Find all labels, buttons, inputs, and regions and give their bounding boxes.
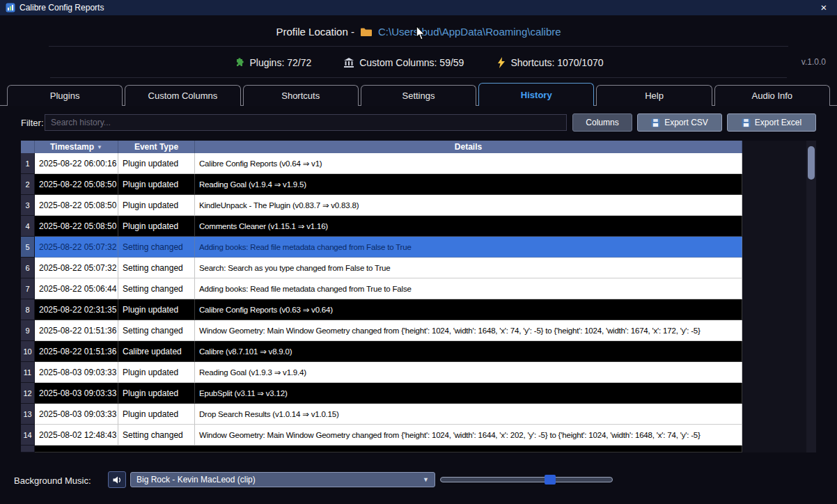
partial-row xyxy=(21,446,742,452)
row-event: Setting changed xyxy=(118,237,195,258)
table-row[interactable]: 13 2025-08-03 09:03:33 Plugin updated Dr… xyxy=(21,404,742,425)
row-details: Search: Search as you type changed from … xyxy=(195,258,742,278)
custom-columns-stat-label: Custom Columns: 59/59 xyxy=(359,57,464,68)
table-row[interactable]: 14 2025-08-02 12:48:43 Setting changed W… xyxy=(21,425,742,446)
row-event: Setting changed xyxy=(118,425,195,446)
divider xyxy=(50,77,787,78)
row-timestamp: 2025-08-22 05:06:44 xyxy=(35,278,118,299)
columns-button[interactable]: Columns xyxy=(572,113,632,132)
row-number: 6 xyxy=(21,258,35,278)
export-csv-button[interactable]: Export CSV xyxy=(637,113,722,132)
event-type-column-header[interactable]: Event Type xyxy=(118,141,195,153)
table-row[interactable]: 3 2025-08-22 05:08:50 Plugin updated Kin… xyxy=(21,195,742,216)
music-dropdown[interactable]: Big Rock - Kevin MacLeod (clip) ▼ xyxy=(130,472,435,487)
row-details: Adding books: Read file metadata changed… xyxy=(195,237,742,258)
row-timestamp: 2025-08-22 06:00:16 xyxy=(35,153,118,174)
row-timestamp: 2025-08-22 02:31:35 xyxy=(35,299,118,320)
row-number: 13 xyxy=(21,404,35,425)
row-number: 3 xyxy=(21,195,35,216)
tab-settings[interactable]: Settings xyxy=(361,85,476,106)
timestamp-column-header[interactable]: Timestamp ▼ xyxy=(35,141,118,153)
lightning-icon xyxy=(496,57,506,68)
table-row[interactable]: 11 2025-08-03 09:03:33 Plugin updated Re… xyxy=(21,362,742,383)
vertical-scrollbar[interactable] xyxy=(806,141,816,452)
volume-slider[interactable] xyxy=(440,477,613,482)
stats-row: Plugins: 72/72 Custom Columns: 59/59 Sho… xyxy=(0,53,837,72)
table-row[interactable]: 2 2025-08-22 05:08:50 Plugin updated Rea… xyxy=(21,174,742,195)
table-row[interactable]: 1 2025-08-22 06:00:16 Plugin updated Cal… xyxy=(21,153,742,174)
row-details: Window Geometry: Main Window Geometry ch… xyxy=(195,425,742,446)
titlebar: Calibre Config Reports × xyxy=(0,0,837,15)
row-number: 8 xyxy=(21,299,35,320)
speaker-icon xyxy=(112,475,122,485)
folder-icon xyxy=(360,26,373,37)
corner-header-cell[interactable] xyxy=(21,141,35,153)
music-dropdown-value: Big Rock - Kevin MacLeod (clip) xyxy=(136,475,256,485)
tab-bar: Plugins Custom Columns Shortcuts Setting… xyxy=(7,83,830,106)
app-icon xyxy=(6,3,15,13)
row-timestamp: 2025-08-22 05:07:32 xyxy=(35,258,118,278)
floppy-icon xyxy=(651,118,660,127)
profile-location-label: Profile Location - xyxy=(276,26,354,38)
row-event: Calibre updated xyxy=(118,341,195,362)
row-details: Calibre (v8.7.101 ⇒ v8.9.0) xyxy=(195,341,742,362)
app-window: Calibre Config Reports × Profile Locatio… xyxy=(0,0,837,504)
row-number: 2 xyxy=(21,174,35,195)
row-number: 12 xyxy=(21,383,35,404)
close-button[interactable]: × xyxy=(816,0,831,15)
table-row[interactable]: 7 2025-08-22 05:06:44 Setting changed Ad… xyxy=(21,278,742,299)
table-empty-area xyxy=(742,141,806,452)
row-details: Calibre Config Reports (v0.63 ⇒ v0.64) xyxy=(195,299,742,320)
tab-audio-info[interactable]: Audio Info xyxy=(714,85,830,106)
row-timestamp: 2025-08-22 05:07:32 xyxy=(35,237,118,258)
table-body: 1 2025-08-22 06:00:16 Plugin updated Cal… xyxy=(21,153,742,446)
row-event: Plugin updated xyxy=(118,153,195,174)
row-timestamp: 2025-08-22 01:51:36 xyxy=(35,341,118,362)
table-row[interactable]: 10 2025-08-22 01:51:36 Calibre updated C… xyxy=(21,341,742,362)
row-number: 5 xyxy=(21,237,35,258)
tab-help[interactable]: Help xyxy=(596,85,712,106)
row-timestamp: 2025-08-02 12:48:43 xyxy=(35,425,118,446)
row-timestamp: 2025-08-03 09:03:33 xyxy=(35,362,118,383)
row-details: Reading Goal (v1.9.3 ⇒ v1.9.4) xyxy=(195,362,742,383)
search-input[interactable] xyxy=(45,114,567,131)
row-details: Calibre Config Reports (v0.64 ⇒ v1) xyxy=(195,153,742,174)
row-number: 11 xyxy=(21,362,35,383)
row-event: Plugin updated xyxy=(118,195,195,216)
columns-button-label: Columns xyxy=(586,118,618,127)
table-row[interactable]: 4 2025-08-22 05:08:50 Plugin updated Com… xyxy=(21,216,742,237)
row-event: Plugin updated xyxy=(118,174,195,195)
row-details: Window Geometry: Main Window Geometry ch… xyxy=(195,320,742,341)
tab-plugins[interactable]: Plugins xyxy=(7,85,123,106)
row-event: Plugin updated xyxy=(118,404,195,425)
profile-path-link[interactable]: C:\Users\bud\AppData\Roaming\calibre xyxy=(378,26,561,38)
export-excel-button[interactable]: Export Excel xyxy=(727,113,816,132)
row-details: KindleUnpack - The Plugin (v0.83.7 ⇒ v0.… xyxy=(195,195,742,216)
table-row[interactable]: 9 2025-08-22 01:51:36 Setting changed Wi… xyxy=(21,320,742,341)
timestamp-header-label: Timestamp xyxy=(50,142,94,152)
row-number: 4 xyxy=(21,216,35,237)
background-music-label: Background Music: xyxy=(14,475,91,486)
row-timestamp: 2025-08-22 05:08:50 xyxy=(35,216,118,237)
row-event: Plugin updated xyxy=(118,383,195,404)
details-column-header[interactable]: Details xyxy=(195,141,742,153)
row-timestamp: 2025-08-03 09:03:33 xyxy=(35,383,118,404)
row-number: 14 xyxy=(21,425,35,446)
row-details: Reading Goal (v1.9.4 ⇒ v1.9.5) xyxy=(195,174,742,195)
table-row[interactable]: 5 2025-08-22 05:07:32 Setting changed Ad… xyxy=(21,237,742,258)
scrollbar-thumb[interactable] xyxy=(808,146,815,180)
row-event: Setting changed xyxy=(118,258,195,278)
volume-slider-handle[interactable] xyxy=(545,475,556,485)
tab-custom-columns[interactable]: Custom Columns xyxy=(125,85,240,106)
mouse-cursor xyxy=(416,26,425,44)
shortcuts-stat-label: Shortcuts: 1070/1070 xyxy=(510,57,603,68)
plugins-stat: Plugins: 72/72 xyxy=(233,57,311,68)
table-row[interactable]: 8 2025-08-22 02:31:35 Plugin updated Cal… xyxy=(21,299,742,320)
tab-history[interactable]: History xyxy=(478,83,594,106)
tab-shortcuts[interactable]: Shortcuts xyxy=(243,85,359,106)
table-row[interactable]: 12 2025-08-03 09:03:33 Plugin updated Ep… xyxy=(21,383,742,404)
table-row[interactable]: 6 2025-08-22 05:07:32 Setting changed Se… xyxy=(21,258,742,278)
floppy-icon xyxy=(742,118,751,127)
filter-label: Filter: xyxy=(21,118,44,128)
speaker-button[interactable] xyxy=(108,471,126,488)
